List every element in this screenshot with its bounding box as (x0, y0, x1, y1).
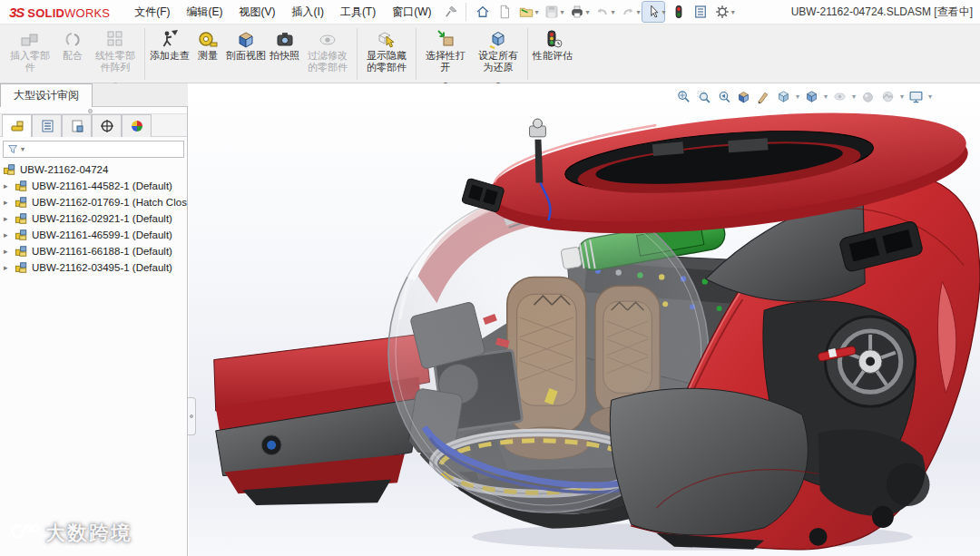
apply-scene-dropdown[interactable]: ▾ (900, 93, 904, 101)
edit-appearance-button[interactable] (859, 88, 877, 105)
hide-show-items-button[interactable] (831, 88, 848, 105)
open-button[interactable] (515, 2, 537, 22)
menu-edit[interactable]: 编辑(E) (179, 1, 231, 24)
show-hidden-components-button[interactable]: 显示隐藏的零部件 (360, 26, 413, 82)
ds-logo-mark: 3S (9, 5, 24, 20)
menu-tools[interactable]: 工具(T) (332, 1, 384, 24)
apply-scene-icon (880, 89, 896, 104)
select-arrow-icon (645, 4, 662, 20)
section-view-button[interactable]: 剖面视图 (224, 26, 268, 82)
tab-large-design-review[interactable]: 大型设计审阅 (0, 83, 93, 107)
view-orientation-dropdown[interactable]: ▾ (796, 93, 799, 101)
assembly-icon (15, 229, 28, 241)
save-dropdown[interactable]: ▾ (561, 8, 564, 16)
tab-displaymanager[interactable] (122, 114, 152, 137)
insert-component-icon (19, 28, 41, 50)
previous-view-button[interactable] (715, 88, 732, 105)
rebuild-traffic-light-icon (671, 4, 687, 20)
display-style-button[interactable] (803, 88, 820, 105)
tab-featuremanager[interactable] (2, 114, 32, 137)
undo-icon (594, 4, 611, 20)
set-resolved-button[interactable]: 设定所有为还原 (472, 26, 524, 82)
assembly-icon (15, 196, 28, 209)
linear-pattern-button[interactable]: 线性零部件阵列 (89, 26, 142, 82)
select-tool-button[interactable] (642, 2, 664, 22)
tree-item[interactable]: UBW-21161-44582-1 (Default) (0, 178, 187, 194)
panel-tab-bar (0, 114, 187, 137)
tree-item[interactable]: UBW-21162-02921-1 (Default) (0, 210, 187, 227)
view-settings-button[interactable] (907, 88, 925, 105)
tree-item[interactable]: UBW-21161-66188-1 (Default) (0, 243, 187, 259)
new-document-button[interactable] (494, 2, 515, 22)
print-button[interactable] (566, 2, 588, 22)
performance-icon (542, 28, 564, 50)
redo-dropdown[interactable]: ▾ (637, 8, 641, 16)
zoom-area-button[interactable] (695, 88, 712, 105)
walkthrough-icon (159, 28, 181, 50)
mate-button[interactable]: 配合 (56, 26, 89, 82)
home-button[interactable] (472, 2, 494, 22)
section-view-icon (736, 89, 751, 104)
pin-menu-icon[interactable] (442, 4, 460, 20)
assembly-icon (15, 261, 28, 274)
edit-appearance-icon (860, 89, 876, 104)
options-dropdown[interactable]: ▾ (731, 8, 735, 16)
tree-item[interactable]: UBW-21162-01769-1 (Hatch Clos (0, 194, 187, 210)
propertymanager-tab-icon (40, 119, 54, 133)
menu-file[interactable]: 文件(F) (126, 1, 178, 24)
open-dropdown[interactable]: ▾ (535, 8, 539, 16)
menu-bar: 3S SOLID WORKS 文件(F) 编辑(E) 视图(V) 插入(I) 工… (0, 0, 980, 24)
tab-propertymanager[interactable] (32, 114, 62, 137)
redo-button[interactable] (617, 2, 639, 22)
selective-open-button[interactable]: 选择性打开 (419, 26, 472, 82)
options-button[interactable] (711, 2, 733, 22)
ribbon-toolbar: 插入零部件 配合 线性零部件阵列 添加走查 测量 剖面视图 (0, 24, 980, 83)
undo-dropdown[interactable]: ▾ (612, 8, 615, 16)
hud-section-view-button[interactable] (735, 88, 752, 105)
evaluate-report-button[interactable] (690, 2, 711, 22)
save-button[interactable] (541, 2, 563, 22)
linear-pattern-icon (104, 28, 126, 50)
solidworks-logo: 3S SOLID WORKS (9, 5, 110, 20)
menu-insert[interactable]: 插入(I) (284, 1, 332, 24)
filter-funnel-icon (7, 143, 19, 155)
show-hidden-icon (376, 28, 397, 50)
tree-item[interactable]: UBW-21161-46599-1 (Default) (0, 227, 187, 243)
ribbon-separator (357, 28, 358, 80)
measure-button[interactable]: 测量 (191, 26, 224, 82)
menu-window[interactable]: 窗口(W) (384, 1, 439, 24)
filter-dropdown[interactable]: ▾ (21, 145, 24, 153)
panel-collapse-handle[interactable] (188, 397, 196, 435)
panel-splitter[interactable] (0, 107, 187, 114)
options-gear-icon (714, 4, 730, 20)
add-walkthrough-button[interactable]: 添加走查 (148, 26, 191, 82)
insert-component-button[interactable]: 插入零部件 (4, 26, 56, 82)
performance-evaluation-button[interactable]: 性能评估 (531, 26, 574, 82)
tree-filter-input[interactable]: ▾ (3, 141, 184, 158)
apply-scene-button[interactable] (879, 88, 897, 105)
annotations-button[interactable] (755, 88, 772, 105)
graphics-viewport[interactable]: ▾ ▾ ▾ ▾ ▾ (189, 83, 980, 556)
display-style-icon (804, 89, 819, 104)
feature-tree: UBW-21162-04724 UBW-21161-44582-1 (Defau… (0, 161, 187, 276)
zoom-fit-icon (676, 89, 691, 104)
print-dropdown[interactable]: ▾ (586, 8, 590, 16)
rebuild-button[interactable] (668, 2, 690, 22)
take-snapshot-button[interactable]: 拍快照 (268, 26, 301, 82)
view-orientation-button[interactable] (775, 88, 792, 105)
filter-modified-button[interactable]: 过滤修改的零部件 (301, 26, 354, 82)
menu-view[interactable]: 视图(V) (231, 1, 284, 24)
hide-show-dropdown[interactable]: ▾ (852, 93, 856, 101)
undo-button[interactable] (592, 2, 613, 22)
select-dropdown[interactable]: ▾ (662, 8, 666, 16)
tab-dimxpertmanager[interactable] (92, 114, 122, 137)
view-settings-dropdown[interactable]: ▾ (928, 93, 932, 101)
tree-root[interactable]: UBW-21162-04724 (0, 161, 187, 178)
tab-configurationmanager[interactable] (62, 114, 92, 137)
tree-item[interactable]: UBW-21162-03495-1 (Default) (0, 259, 187, 276)
save-icon (544, 4, 560, 20)
snapshot-icon (274, 28, 296, 50)
zoom-fit-button[interactable] (675, 88, 692, 105)
display-style-dropdown[interactable]: ▾ (824, 93, 828, 101)
model-3d-submarine[interactable] (189, 83, 980, 556)
